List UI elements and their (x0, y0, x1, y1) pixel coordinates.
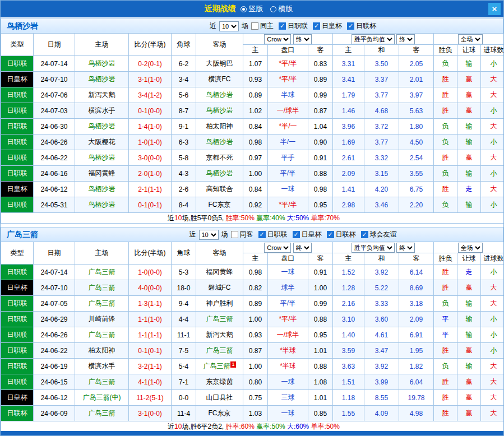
away-team[interactable]: 新泻天鹅 (196, 327, 243, 343)
filter-checkbox[interactable]: 日职联 (279, 21, 308, 31)
filter-checkbox[interactable]: 日职联 (258, 230, 288, 239)
score[interactable]: 0-2(0-1) (129, 56, 172, 72)
away-team[interactable]: 广岛三箭 (196, 343, 243, 359)
away-team[interactable]: 东京绿茵 (196, 374, 243, 390)
score[interactable]: 3-1(1-0) (129, 72, 172, 87)
result-goals: 小 (481, 166, 504, 182)
odds-timing-select[interactable]: 终 (293, 243, 312, 253)
match-scope-select[interactable]: 全场 (458, 34, 483, 44)
asian-odds-home: 0.92 (243, 197, 268, 213)
score[interactable]: 1-3(1-1) (129, 296, 172, 312)
away-team[interactable]: 鸟栖沙岩 (196, 166, 243, 182)
score[interactable]: 1-1(1-0) (129, 312, 172, 327)
layout-option-horizontal[interactable]: 横版 (270, 4, 293, 14)
filter-checkbox[interactable]: 同主 (251, 21, 274, 31)
home-team[interactable]: 鸟栖沙岩 (75, 197, 129, 213)
asian-odds-away: 0.88 (308, 359, 333, 374)
bookmaker-select[interactable]: Crow (264, 34, 291, 44)
avg-timing-select[interactable]: 终 (396, 34, 415, 44)
filter-checkbox[interactable]: 日联杯 (347, 21, 376, 31)
score[interactable]: 0-1(0-1) (129, 197, 172, 213)
score[interactable]: 3-2(1-1) (129, 359, 172, 374)
home-team[interactable]: 福冈黄蜂 (75, 166, 129, 182)
match-count-select[interactable]: 10 (199, 230, 219, 240)
home-team[interactable]: 广岛三箭 (75, 374, 129, 390)
filter-checkbox[interactable]: 日皇杯 (313, 21, 342, 31)
away-team[interactable]: 鸟栖沙岩 (196, 87, 243, 103)
filter-checkbox-label: 日职联 (288, 21, 308, 31)
score[interactable]: 4-0(0-0) (129, 280, 172, 296)
away-team[interactable]: 横滨FC (196, 72, 243, 87)
result-goals: 大 (481, 119, 504, 134)
home-team[interactable]: 广岛三箭 (75, 327, 129, 343)
match-count-select[interactable]: 10 (219, 21, 239, 31)
score[interactable]: 0-1(0-0) (129, 103, 172, 119)
avg-timing-select[interactable]: 终 (396, 243, 415, 253)
away-team[interactable]: 鸟栖沙岩 (196, 103, 243, 119)
filter-bar: 近10场同主日职联日皇杯日联杯 (85, 21, 503, 31)
score[interactable]: 1-1(1-1) (129, 327, 172, 343)
home-team[interactable]: 新泻天鹅 (75, 87, 129, 103)
home-team[interactable]: 广岛三箭 (75, 265, 129, 280)
score[interactable]: 1-4(1-0) (129, 119, 172, 134)
away-team[interactable]: 大阪钢巴 (196, 56, 243, 72)
avg-type-select[interactable]: 胜平负均值 (352, 243, 395, 253)
home-team[interactable]: 横滨水手 (75, 103, 129, 119)
avg-draw-odds: 8.55 (364, 390, 399, 406)
away-team[interactable]: FC东京 (196, 197, 243, 213)
score[interactable]: 1-0(1-0) (129, 134, 172, 150)
score[interactable]: 0-1(0-1) (129, 343, 172, 359)
home-team[interactable]: 鸟栖沙岩 (75, 150, 129, 166)
away-team[interactable]: 京都不死 (196, 150, 243, 166)
away-team[interactable]: 神户胜利 (196, 296, 243, 312)
score[interactable]: 2-0(1-0) (129, 166, 172, 182)
team-name[interactable]: 鸟栖沙岩 (1, 21, 85, 31)
away-team[interactable]: FC东京 (196, 406, 243, 421)
avg-away-odds: 6.14 (399, 265, 434, 280)
away-team[interactable]: 鸟栖沙岩 (196, 134, 243, 150)
filter-checkbox[interactable]: 球会友谊 (361, 230, 397, 239)
home-team[interactable]: 大阪樱花 (75, 134, 129, 150)
away-team[interactable]: 高知联合 (196, 182, 243, 197)
away-team[interactable]: 山口县社 (196, 390, 243, 406)
home-team[interactable]: 广岛三箭 (75, 406, 129, 421)
filter-checkbox[interactable]: 日联杯 (327, 230, 356, 239)
score[interactable]: 1-0(0-0) (129, 265, 172, 280)
home-team[interactable]: 鸟栖沙岩 (75, 119, 129, 134)
away-team[interactable]: 广岛三箭1 (196, 359, 243, 374)
scope-group-header: 全场 (434, 34, 504, 45)
score[interactable]: 3-1(0-0) (129, 406, 172, 421)
away-team[interactable]: 广岛三箭 (196, 312, 243, 327)
home-team[interactable]: 鸟栖沙岩 (75, 182, 129, 197)
away-team[interactable]: 柏太阳神 (196, 119, 243, 134)
home-team[interactable]: 川崎前锋 (75, 312, 129, 327)
home-team[interactable]: 广岛三箭 (75, 280, 129, 296)
home-team[interactable]: 鸟栖沙岩 (75, 56, 129, 72)
layout-option-vertical[interactable]: 竖版 (241, 4, 263, 14)
score[interactable]: 3-4(1-2) (129, 87, 172, 103)
filter-checkbox[interactable]: 同客 (231, 230, 253, 239)
odds-timing-select[interactable]: 终 (293, 34, 312, 44)
avg-type-select[interactable]: 胜平负均值 (352, 34, 395, 44)
home-team[interactable]: 鸟栖沙岩 (75, 72, 129, 87)
score[interactable]: 3-0(0-0) (129, 150, 172, 166)
score[interactable]: 11-2(5-1) (129, 390, 172, 406)
bookmaker-select[interactable]: Crow (264, 243, 291, 253)
home-team[interactable]: 柏太阳神 (75, 343, 129, 359)
team-name[interactable]: 广岛三箭 (1, 230, 85, 240)
result-goals: 小 (481, 327, 504, 343)
home-team[interactable]: 广岛三箭(中) (75, 390, 129, 406)
score[interactable]: 2-1(1-1) (129, 182, 172, 197)
match-scope-select[interactable]: 全场 (458, 243, 483, 253)
filter-checkbox[interactable]: 日皇杯 (293, 230, 322, 239)
avg-draw-odds: 3.99 (364, 374, 399, 390)
filter-checkbox-label: 同主 (260, 21, 274, 31)
home-team[interactable]: 广岛三箭 (75, 296, 129, 312)
away-team[interactable]: 磐城FC (196, 280, 243, 296)
away-team[interactable]: 福冈黄蜂 (196, 265, 243, 280)
home-team[interactable]: 横滨水手 (75, 359, 129, 374)
match-date: 24-06-19 (34, 359, 75, 374)
close-button[interactable]: × (488, 3, 501, 15)
table-row: 日职联24-06-22鸟栖沙岩3-0(0-0)5-8京都不死0.97平手0.91… (1, 150, 504, 166)
score[interactable]: 4-1(1-0) (129, 374, 172, 390)
